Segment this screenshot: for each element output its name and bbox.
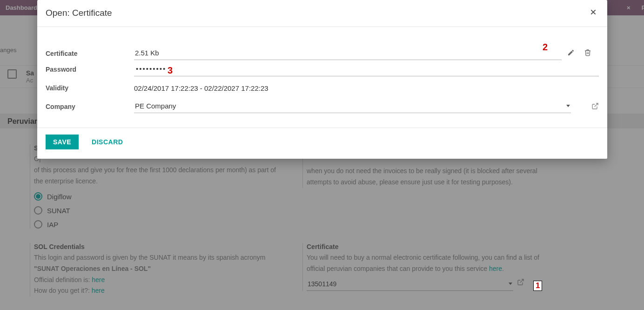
save-button[interactable]: SAVE (46, 135, 79, 149)
modal-title: Open: Certificate (46, 8, 112, 18)
certificate-value: 2.51 Kb (135, 49, 159, 57)
annotation-2: 2 (543, 42, 548, 53)
annotation-1: 1 (533, 281, 542, 291)
certificate-label: Certificate (46, 50, 134, 57)
validity-label: Validity (46, 84, 134, 92)
validity-value: 02/24/2017 17:22:23 - 02/22/2027 17:22:2… (134, 84, 599, 92)
company-value: PE Company (135, 102, 176, 110)
modal-footer: SAVE DISCARD (37, 128, 607, 159)
modal-body: Certificate 2.51 Kb Password Vali (37, 27, 607, 128)
trash-icon[interactable] (584, 49, 591, 58)
discard-button[interactable]: DISCARD (89, 138, 126, 146)
certificate-field[interactable]: 2.51 Kb (134, 47, 562, 60)
annotation-3: 3 (168, 65, 173, 76)
certificate-modal: Open: Certificate Certificate 2.51 Kb (37, 0, 607, 159)
modal-header: Open: Certificate (37, 0, 607, 27)
company-select[interactable]: PE Company (134, 100, 571, 113)
svg-line-3 (595, 103, 598, 107)
password-input[interactable] (135, 64, 600, 73)
password-field[interactable] (134, 62, 599, 76)
company-label: Company (46, 103, 134, 110)
password-label: Password (46, 66, 134, 73)
modal-close-button[interactable] (588, 7, 599, 18)
pencil-icon[interactable] (567, 49, 575, 58)
company-external-link-icon[interactable] (591, 102, 599, 111)
caret-down-icon (566, 105, 570, 107)
